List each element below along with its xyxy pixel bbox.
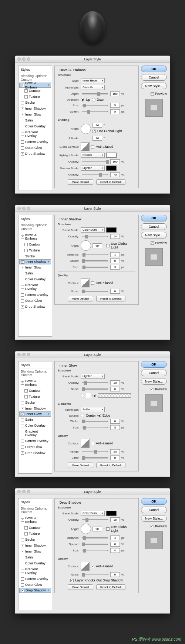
blend-mode-select[interactable]: Lighten (81, 374, 105, 379)
sidebar-item-inner-glow[interactable]: Inner Glow (19, 264, 51, 270)
close-icon[interactable] (17, 353, 21, 356)
sidebar-item-stroke[interactable]: Stroke (19, 100, 51, 106)
contour-picker[interactable] (81, 278, 90, 287)
ok-button[interactable]: OK (141, 498, 167, 505)
sidebar-item-stroke[interactable]: Stroke (19, 537, 51, 543)
sidebar-header[interactable]: Styles (19, 67, 51, 73)
sidebar-item-drop-shadow[interactable]: Drop Shadow (19, 304, 51, 310)
zoom-icon[interactable] (27, 57, 30, 61)
antialiased-checkbox[interactable] (91, 145, 94, 149)
sidebar-item-satin[interactable]: Satin (19, 417, 51, 423)
reset-default-button[interactable]: Reset to Default (96, 179, 125, 185)
sidebar-item-pattern-overlay[interactable]: Pattern Overlay (19, 438, 51, 444)
sidebar-item-outer-glow[interactable]: Outer Glow (19, 298, 51, 304)
cancel-button[interactable]: Cancel (141, 74, 167, 81)
knockout-checkbox[interactable] (70, 579, 74, 582)
angle-dial[interactable] (81, 124, 91, 134)
opacity-slider[interactable] (82, 519, 108, 520)
sidebar-item-drop-shadow[interactable]: Drop Shadow (19, 450, 51, 456)
preview-checkbox[interactable] (151, 388, 154, 391)
sidebar-item-outer-glow[interactable]: Outer Glow (19, 444, 51, 450)
antialiased-checkbox[interactable] (91, 281, 94, 285)
minimize-icon[interactable] (22, 207, 26, 210)
angle-input[interactable]: 80 (92, 123, 102, 128)
highlight-opacity-input[interactable]: 100 (110, 159, 120, 164)
preview-checkbox[interactable] (151, 92, 154, 96)
sidebar-item-pattern-overlay[interactable]: Pattern Overlay (19, 576, 51, 582)
color-swatch[interactable] (106, 511, 117, 516)
gradient-picker[interactable] (98, 393, 131, 398)
close-icon[interactable] (17, 490, 21, 493)
shadow-opacity-slider[interactable] (82, 174, 108, 175)
soften-input[interactable]: 5 (110, 109, 120, 114)
reset-default-button[interactable]: Reset to Default (96, 584, 125, 590)
titlebar[interactable]: Layer Style (15, 56, 170, 63)
highlight-opacity-slider[interactable] (82, 161, 108, 162)
noise-slider[interactable] (82, 574, 108, 575)
sidebar-item-bevel[interactable]: Bevel & Emboss (19, 232, 51, 241)
sidebar-item-texture[interactable]: Texture (19, 531, 51, 537)
angle-input[interactable]: 90 (92, 527, 102, 531)
minimize-icon[interactable] (22, 353, 26, 356)
sidebar-item-stroke[interactable]: Stroke (19, 253, 51, 259)
sidebar-item-bevel[interactable]: Bevel & Emboss (19, 83, 51, 88)
size-slider[interactable] (82, 105, 108, 106)
make-default-button[interactable]: Make Default (68, 296, 93, 301)
zoom-icon[interactable] (27, 490, 30, 493)
opacity-input[interactable]: 14 (110, 234, 120, 239)
sidebar-item-stroke[interactable]: Stroke (19, 400, 51, 406)
opacity-slider[interactable] (82, 382, 108, 383)
sidebar-item-contour[interactable]: Contour (19, 241, 51, 247)
close-icon[interactable] (17, 207, 21, 210)
make-default-button[interactable]: Make Default (68, 179, 93, 185)
sidebar-item-gradient-overlay[interactable]: Gradient Overlay (19, 566, 51, 576)
new-style-button[interactable]: New Style... (141, 83, 167, 89)
sidebar-item-inner-shadow[interactable]: Inner Shadow (19, 543, 51, 548)
ok-button[interactable]: OK (141, 361, 167, 368)
antialiased-checkbox[interactable] (91, 442, 94, 445)
highlight-mode-select[interactable]: Normal (81, 153, 105, 158)
noise-input[interactable]: 0 (110, 572, 120, 577)
distance-input[interactable]: 4 (110, 535, 120, 540)
color-swatch[interactable] (106, 227, 117, 233)
depth-input[interactable]: 100 (110, 91, 120, 96)
sidebar-item-satin[interactable]: Satin (19, 117, 51, 123)
sidebar-item-inner-glow[interactable]: Inner Glow (19, 111, 51, 117)
preview-checkbox[interactable] (151, 525, 154, 528)
sidebar-item-pattern-overlay[interactable]: Pattern Overlay (19, 292, 51, 298)
source-edge-radio[interactable] (97, 414, 101, 417)
sidebar-item-inner-shadow[interactable]: Inner Shadow (19, 406, 51, 411)
titlebar[interactable]: Layer Style (15, 351, 170, 358)
noise-slider[interactable] (82, 291, 108, 292)
sidebar-item-inner-shadow[interactable]: Inner Shadow (19, 259, 51, 264)
sidebar-item-texture[interactable]: Texture (19, 94, 51, 100)
sidebar-item-color-overlay[interactable]: Color Overlay (19, 423, 51, 428)
sidebar-item-outer-glow[interactable]: Outer Glow (19, 582, 51, 588)
angle-input[interactable]: 90 (92, 243, 102, 248)
blend-mode-select[interactable]: Color Burn (81, 511, 105, 516)
gloss-contour-picker[interactable] (81, 142, 90, 151)
color-swatch[interactable] (86, 393, 91, 398)
sidebar-item-contour[interactable]: Contour (19, 388, 51, 394)
direction-up-radio[interactable] (81, 98, 84, 101)
reset-default-button[interactable]: Reset to Default (96, 463, 125, 468)
jitter-input[interactable]: 0 (110, 456, 120, 460)
opacity-slider[interactable] (82, 236, 108, 237)
new-style-button[interactable]: New Style... (141, 515, 167, 522)
noise-slider[interactable] (82, 388, 108, 390)
zoom-icon[interactable] (27, 353, 30, 356)
sidebar-item-pattern-overlay[interactable]: Pattern Overlay (19, 139, 51, 145)
angle-dial[interactable] (81, 524, 91, 534)
ok-button[interactable]: OK (141, 215, 167, 221)
zoom-icon[interactable] (27, 207, 30, 210)
depth-slider[interactable] (82, 93, 108, 94)
spread-slider[interactable] (82, 544, 108, 545)
range-slider[interactable] (82, 451, 108, 452)
close-icon[interactable] (17, 57, 21, 61)
contour-picker[interactable] (81, 439, 90, 448)
technique-select[interactable]: Smooth (81, 85, 105, 90)
shadow-mode-select[interactable]: Lighten (81, 166, 105, 171)
sidebar-item-inner-glow[interactable]: Inner Glow (19, 548, 51, 554)
gradient-radio[interactable] (92, 394, 96, 397)
make-default-button[interactable]: Make Default (68, 463, 93, 468)
